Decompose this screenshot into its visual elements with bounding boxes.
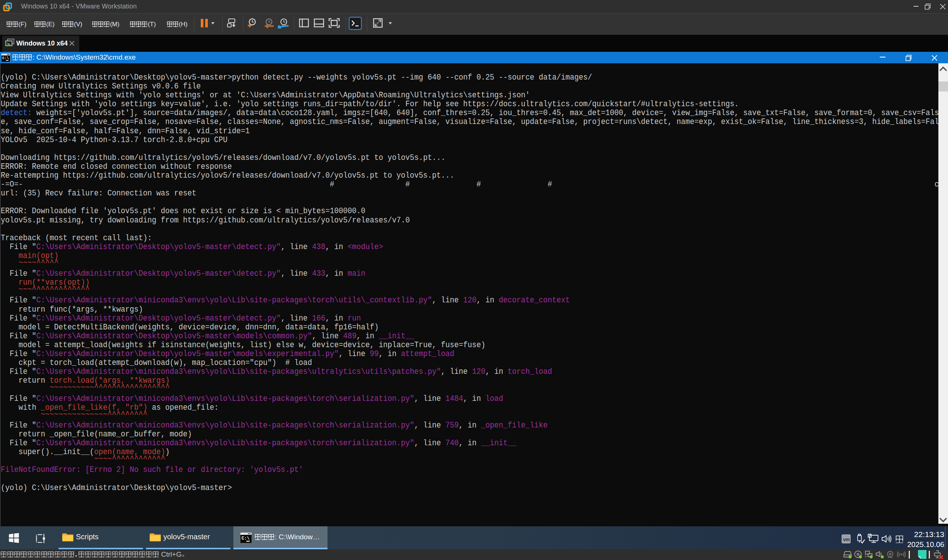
svg-text:vm: vm (843, 537, 850, 542)
svg-text:C:\: C:\ (242, 536, 250, 541)
svg-text:C:\: C:\ (2, 56, 9, 60)
